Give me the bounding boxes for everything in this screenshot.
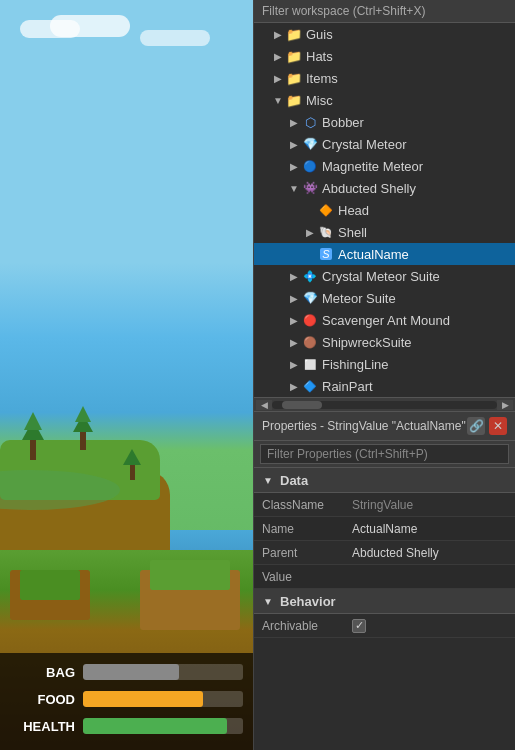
tree-icon-meteor-suite: 💎: [302, 290, 318, 306]
prop-name-value[interactable]: ActualName: [344, 522, 515, 536]
tree-arrow-crystal-meteor[interactable]: [286, 136, 302, 152]
tree-icon-head: 🔶: [318, 202, 334, 218]
tree-item-head[interactable]: 🔶Head: [254, 199, 515, 221]
tree-item-rain-part[interactable]: 🔷RainPart: [254, 375, 515, 397]
explorer-hscrollbar[interactable]: ◀ ▶: [254, 397, 515, 411]
tree-item-actual-name[interactable]: SActualName: [254, 243, 515, 265]
explorer-panel: Filter workspace (Ctrl+Shift+X) 📁Guis📁Ha…: [254, 0, 515, 412]
tree-icon-scavenger-ant-mound: 🔴: [302, 312, 318, 328]
tree-label-bobber: Bobber: [322, 115, 364, 130]
explorer-filter-text: Filter workspace (Ctrl+Shift+X): [262, 4, 425, 18]
tree-label-misc: Misc: [306, 93, 333, 108]
tree-item-crystal-meteor[interactable]: 💎Crystal Meteor: [254, 133, 515, 155]
prop-row-classname: ClassName StringValue: [254, 493, 515, 517]
prop-value-label: Value: [254, 570, 344, 584]
behavior-section-label: Behavior: [280, 594, 336, 609]
explorer-filter-bar[interactable]: Filter workspace (Ctrl+Shift+X): [254, 0, 515, 23]
tree-arrow-crystal-meteor-suite[interactable]: [286, 268, 302, 284]
archivable-checkbox[interactable]: ✓: [352, 619, 366, 633]
tree-1: [30, 430, 36, 460]
scroll-right-btn[interactable]: ▶: [497, 400, 513, 410]
tree-icon-hats: 📁: [286, 48, 302, 64]
tree-item-shell[interactable]: 🐚Shell: [254, 221, 515, 243]
tree-arrow-scavenger-ant-mound[interactable]: [286, 312, 302, 328]
scroll-thumb-h[interactable]: [282, 401, 322, 409]
tree-arrow-rain-part[interactable]: [286, 378, 302, 394]
tree-arrow-hats[interactable]: [270, 48, 286, 64]
tree-icon-fishing-line: ⬜: [302, 356, 318, 372]
scroll-left-btn[interactable]: ◀: [256, 400, 272, 410]
food-bar-row: FOOD: [10, 688, 243, 710]
cloud-3: [140, 30, 210, 46]
tree-item-bobber[interactable]: ⬡Bobber: [254, 111, 515, 133]
tree-arrow-misc[interactable]: [270, 92, 286, 108]
health-fill: [83, 718, 227, 734]
tree-label-abducted-shelly: Abducted Shelly: [322, 181, 416, 196]
data-props-table: ClassName StringValue Name ActualName Pa…: [254, 493, 515, 589]
props-filter-input[interactable]: Filter Properties (Ctrl+Shift+P): [260, 444, 509, 464]
props-section-behavior[interactable]: Behavior: [254, 589, 515, 614]
tree-icon-abducted-shelly: 👾: [302, 180, 318, 196]
data-section-arrow: [260, 472, 276, 488]
health-track: [83, 718, 243, 734]
tree-icon-shipwreck-suite: 🟤: [302, 334, 318, 350]
prop-parent-label: Parent: [254, 546, 344, 560]
tree-item-meteor-suite[interactable]: 💎Meteor Suite: [254, 287, 515, 309]
prop-name-label: Name: [254, 522, 344, 536]
props-title: Properties - StringValue "ActualName": [262, 419, 466, 433]
tree-item-scavenger-ant-mound[interactable]: 🔴Scavenger Ant Mound: [254, 309, 515, 331]
tree-label-head: Head: [338, 203, 369, 218]
tree-label-guis: Guis: [306, 27, 333, 42]
tree-item-hats[interactable]: 📁Hats: [254, 45, 515, 67]
tree-arrow-head: [302, 202, 318, 218]
tree-item-abducted-shelly[interactable]: 👾Abducted Shelly: [254, 177, 515, 199]
props-header: Properties - StringValue "ActualName" 🔗 …: [254, 412, 515, 441]
tree-item-misc[interactable]: 📁Misc: [254, 89, 515, 111]
props-icon-link[interactable]: 🔗: [467, 417, 485, 435]
tree-label-meteor-suite: Meteor Suite: [322, 291, 396, 306]
tree-label-rain-part: RainPart: [322, 379, 373, 394]
tree-icon-misc: 📁: [286, 92, 302, 108]
tree-arrow-shipwreck-suite[interactable]: [286, 334, 302, 350]
game-viewport: BAG FOOD HEALTH: [0, 0, 253, 750]
tree-item-items[interactable]: 📁Items: [254, 67, 515, 89]
bag-bar-row: BAG: [10, 661, 243, 683]
tree-icon-crystal-meteor-suite: 💠: [302, 268, 318, 284]
prop-row-value: Value: [254, 565, 515, 589]
health-bar-row: HEALTH: [10, 715, 243, 737]
tree-items-container: 📁Guis📁Hats📁Items📁Misc⬡Bobber💎Crystal Met…: [254, 23, 515, 397]
props-icon-close[interactable]: ✕: [489, 417, 507, 435]
tree-icon-guis: 📁: [286, 26, 302, 42]
tree-arrow-abducted-shelly[interactable]: [286, 180, 302, 196]
tree-arrow-shell[interactable]: [302, 224, 318, 240]
tree-3: [130, 458, 135, 480]
tree-label-crystal-meteor: Crystal Meteor: [322, 137, 407, 152]
health-label: HEALTH: [10, 719, 75, 734]
prop-row-name: Name ActualName: [254, 517, 515, 541]
prop-row-parent: Parent Abducted Shelly: [254, 541, 515, 565]
tree-arrow-bobber[interactable]: [286, 114, 302, 130]
tree-icon-items: 📁: [286, 70, 302, 86]
tree-arrow-items[interactable]: [270, 70, 286, 86]
tree-container[interactable]: 📁Guis📁Hats📁Items📁Misc⬡Bobber💎Crystal Met…: [254, 23, 515, 397]
terrain-block-2: [20, 570, 80, 600]
tree-arrow-magnetite-meteor[interactable]: [286, 158, 302, 174]
tree-item-guis[interactable]: 📁Guis: [254, 23, 515, 45]
tree-item-crystal-meteor-suite[interactable]: 💠Crystal Meteor Suite: [254, 265, 515, 287]
tree-icon-rain-part: 🔷: [302, 378, 318, 394]
tree-icon-bobber: ⬡: [302, 114, 318, 130]
food-label: FOOD: [10, 692, 75, 707]
tree-arrow-fishing-line[interactable]: [286, 356, 302, 372]
tree-label-actual-name: ActualName: [338, 247, 409, 262]
tree-arrow-guis[interactable]: [270, 26, 286, 42]
tree-item-fishing-line[interactable]: ⬜FishingLine: [254, 353, 515, 375]
prop-parent-value[interactable]: Abducted Shelly: [344, 546, 515, 560]
tree-item-magnetite-meteor[interactable]: 🔵Magnetite Meteor: [254, 155, 515, 177]
prop-classname-label: ClassName: [254, 498, 344, 512]
bag-track: [83, 664, 243, 680]
scroll-track-h[interactable]: [272, 401, 497, 409]
props-section-data[interactable]: Data: [254, 468, 515, 493]
props-filter-bar[interactable]: Filter Properties (Ctrl+Shift+P): [254, 441, 515, 468]
tree-item-shipwreck-suite[interactable]: 🟤ShipwreckSuite: [254, 331, 515, 353]
tree-arrow-meteor-suite[interactable]: [286, 290, 302, 306]
